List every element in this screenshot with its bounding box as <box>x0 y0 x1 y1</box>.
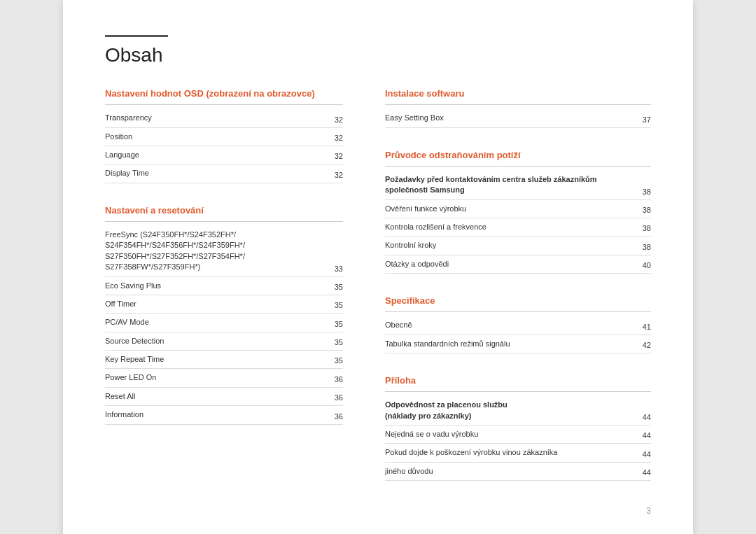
right-column: Instalace softwaru Easy Setting Box 37 P… <box>385 87 651 502</box>
list-item: jiného důvodu 44 <box>385 463 651 481</box>
list-item: Kontrola rozlišení a frekvence 38 <box>385 218 651 237</box>
item-label: Kontrola rozlišení a frekvence <box>385 222 643 232</box>
item-label: Ověření funkce výrobku <box>385 204 643 214</box>
item-label: Language <box>105 150 335 160</box>
item-label: Transparency <box>105 113 335 123</box>
item-page: 32 <box>335 152 343 160</box>
section-reset: Nastavení a resetování FreeSync (S24F350… <box>105 204 343 425</box>
item-page: 36 <box>335 412 343 421</box>
item-page: 38 <box>643 188 651 196</box>
content-columns: Nastavení hodnot OSD (zobrazení na obraz… <box>105 87 651 502</box>
item-page: 35 <box>335 356 343 365</box>
section-troubleshoot-title: Průvodce odstraňováním potíží <box>385 149 651 162</box>
item-label: Reset All <box>105 391 335 402</box>
list-item: Pokud dojde k poškození výrobku vinou zá… <box>385 444 651 462</box>
section-divider <box>385 311 651 312</box>
list-item: Transparency 32 <box>105 109 343 127</box>
item-page: 35 <box>335 320 343 328</box>
item-page: 35 <box>335 338 343 346</box>
item-page: 38 <box>643 243 651 251</box>
list-item: Ověření funkce výrobku 38 <box>385 200 651 218</box>
section-osd: Nastavení hodnot OSD (zobrazení na obraz… <box>105 87 343 183</box>
item-label: Power LED On <box>105 372 335 383</box>
list-item: Off Timer 35 <box>105 295 343 314</box>
list-item: Language 32 <box>105 146 343 164</box>
item-label: Display Time <box>105 168 335 178</box>
section-divider <box>105 104 343 105</box>
item-page: 37 <box>643 115 651 124</box>
section-osd-title: Nastavení hodnot OSD (zobrazení na obraz… <box>105 87 343 100</box>
section-specs: Specifikace Obecně 41 Tabulka standardní… <box>385 295 651 353</box>
item-page: 42 <box>643 341 651 349</box>
item-page: 44 <box>643 468 651 477</box>
list-item: Easy Setting Box 37 <box>385 109 651 127</box>
section-divider <box>385 166 651 167</box>
item-page: 36 <box>335 375 343 384</box>
section-appendix-title: Příloha <box>385 374 651 387</box>
list-item: PC/AV Mode 35 <box>105 314 343 332</box>
section-software: Instalace softwaru Easy Setting Box 37 <box>385 87 651 128</box>
section-divider <box>385 104 651 105</box>
section-troubleshoot: Průvodce odstraňováním potíží Požadavky … <box>385 149 651 274</box>
item-label: Tabulka standardních režimů signálu <box>385 339 643 349</box>
item-label: Kontrolní kroky <box>385 240 643 251</box>
item-page: 32 <box>335 171 343 179</box>
section-divider <box>105 221 343 222</box>
section-divider <box>385 391 651 392</box>
item-page: 32 <box>335 134 343 142</box>
list-item: Information 36 <box>105 406 343 424</box>
list-item: Display Time 32 <box>105 164 343 183</box>
section-software-title: Instalace softwaru <box>385 87 651 100</box>
item-label: Požadavky před kontaktováním centra služ… <box>385 174 643 196</box>
list-item: Reset All 36 <box>105 388 343 406</box>
item-page: 38 <box>643 206 651 214</box>
item-page: 40 <box>643 261 651 269</box>
list-item: Tabulka standardních režimů signálu 42 <box>385 335 651 353</box>
item-label: Position <box>105 132 335 142</box>
list-item: Power LED On 36 <box>105 369 343 387</box>
item-label: Obecně <box>385 320 643 330</box>
left-column: Nastavení hodnot OSD (zobrazení na obraz… <box>105 87 343 502</box>
item-page: 36 <box>335 393 343 402</box>
list-item: Position 32 <box>105 128 343 146</box>
list-item: Požadavky před kontaktováním centra služ… <box>385 171 651 200</box>
item-page: 35 <box>335 283 343 291</box>
list-item: Eco Saving Plus 35 <box>105 277 343 295</box>
item-label: Otázky a odpovědi <box>385 259 643 269</box>
item-label: Key Repeat Time <box>105 354 335 365</box>
item-label: Pokud dojde k poškození výrobku vinou zá… <box>385 447 643 458</box>
list-item: Otázky a odpovědi 40 <box>385 255 651 274</box>
item-page: 44 <box>643 450 651 458</box>
page-container: Obsah Nastavení hodnot OSD (zobrazení na… <box>63 0 693 534</box>
item-page: 35 <box>335 301 343 309</box>
list-item: Odpovědnost za placenou službu(náklady p… <box>385 396 651 426</box>
list-item: Kontrolní kroky 38 <box>385 237 651 255</box>
section-specs-title: Specifikace <box>385 295 651 307</box>
item-label: Nejedná se o vadu výrobku <box>385 429 643 440</box>
list-item: FreeSync (S24F350FH*/S24F352FH*/S24F354F… <box>105 226 343 277</box>
item-label: Information <box>105 409 335 420</box>
list-item: Nejedná se o vadu výrobku 44 <box>385 426 651 444</box>
list-item: Key Repeat Time 35 <box>105 351 343 369</box>
page-number: 3 <box>646 506 651 516</box>
item-label: Eco Saving Plus <box>105 281 335 291</box>
title-bar-decoration <box>105 35 168 37</box>
section-reset-title: Nastavení a resetování <box>105 204 343 217</box>
item-page: 44 <box>643 431 651 440</box>
item-label: PC/AV Mode <box>105 317 335 328</box>
item-page: 32 <box>335 115 343 124</box>
item-page: 41 <box>643 323 651 331</box>
page-title: Obsah <box>105 44 651 66</box>
item-page: 33 <box>335 265 343 273</box>
list-item: Source Detection 35 <box>105 332 343 351</box>
item-label: Odpovědnost za placenou službu(náklady p… <box>385 400 643 421</box>
item-label: Source Detection <box>105 336 335 346</box>
item-label: Easy Setting Box <box>385 113 643 123</box>
item-label: FreeSync (S24F350FH*/S24F352FH*/S24F354F… <box>105 230 335 273</box>
item-label: Off Timer <box>105 299 335 309</box>
item-page: 44 <box>643 413 651 421</box>
item-page: 38 <box>643 224 651 232</box>
list-item: Obecně 41 <box>385 316 651 335</box>
section-appendix: Příloha Odpovědnost za placenou službu(n… <box>385 374 651 481</box>
item-label: jiného důvodu <box>385 466 643 477</box>
